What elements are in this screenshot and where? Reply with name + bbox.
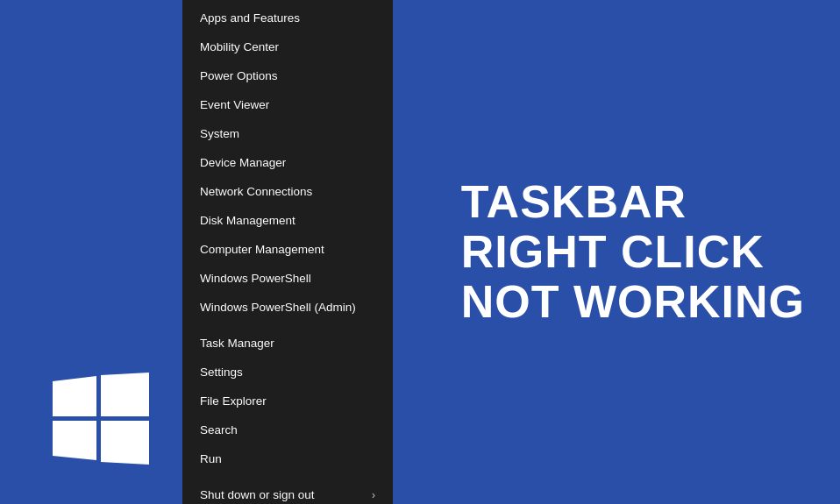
menu-label-mobility-center: Mobility Center xyxy=(200,40,279,53)
headline-line3: NOT WORKING xyxy=(461,277,805,327)
menu-label-search: Search xyxy=(200,423,238,437)
menu-label-run: Run xyxy=(200,452,222,465)
menu-label-file-explorer: File Explorer xyxy=(200,394,267,408)
menu-item-computer-management[interactable]: Computer Management xyxy=(182,235,393,264)
headline: TASKBAR RIGHT CLICK NOT WORKING xyxy=(461,177,805,328)
headline-line1: TASKBAR xyxy=(461,177,805,227)
menu-item-device-manager[interactable]: Device Manager xyxy=(182,148,393,177)
menu-item-settings[interactable]: Settings xyxy=(182,358,393,387)
menu-item-mobility-center[interactable]: Mobility Center xyxy=(182,32,393,61)
menu-label-power-options: Power Options xyxy=(200,69,278,82)
context-menu: Apps and FeaturesMobility CenterPower Op… xyxy=(182,0,393,504)
menu-item-file-explorer[interactable]: File Explorer xyxy=(182,387,393,415)
menu-label-event-viewer: Event Viewer xyxy=(200,98,269,111)
menu-item-task-manager[interactable]: Task Manager xyxy=(182,329,393,358)
menu-item-power-options[interactable]: Power Options xyxy=(182,61,393,90)
menu-label-windows-powershell: Windows PowerShell xyxy=(200,272,311,285)
menu-label-computer-management: Computer Management xyxy=(200,243,324,256)
menu-label-windows-powershell-admin: Windows PowerShell (Admin) xyxy=(200,301,356,314)
menu-item-network-connections[interactable]: Network Connections xyxy=(182,177,393,206)
svg-marker-3 xyxy=(101,421,149,465)
menu-label-settings: Settings xyxy=(200,366,243,379)
menu-arrow-shut-down: › xyxy=(372,489,375,501)
right-section: TASKBAR RIGHT CLICK NOT WORKING xyxy=(461,177,805,328)
svg-marker-0 xyxy=(53,376,96,416)
menu-item-apps-features[interactable]: Apps and Features xyxy=(182,4,393,32)
menu-item-shut-down[interactable]: Shut down or sign out› xyxy=(182,480,393,504)
menu-item-run[interactable]: Run xyxy=(182,444,393,473)
menu-item-disk-management[interactable]: Disk Management xyxy=(182,206,393,235)
svg-marker-2 xyxy=(53,421,96,460)
svg-marker-1 xyxy=(101,373,149,416)
menu-item-windows-powershell[interactable]: Windows PowerShell xyxy=(182,264,393,293)
menu-label-shut-down: Shut down or sign out xyxy=(200,488,315,501)
menu-item-search[interactable]: Search xyxy=(182,415,393,444)
menu-item-windows-powershell-admin[interactable]: Windows PowerShell (Admin) xyxy=(182,293,393,322)
menu-label-system: System xyxy=(200,127,239,140)
menu-label-device-manager: Device Manager xyxy=(200,156,286,169)
menu-label-task-manager: Task Manager xyxy=(200,337,274,350)
menu-label-network-connections: Network Connections xyxy=(200,185,312,198)
menu-label-apps-features: Apps and Features xyxy=(200,11,300,25)
menu-item-system[interactable]: System xyxy=(182,119,393,148)
menu-item-event-viewer[interactable]: Event Viewer xyxy=(182,90,393,119)
windows-logo xyxy=(53,373,149,469)
menu-label-disk-management: Disk Management xyxy=(200,214,295,227)
headline-line2: RIGHT CLICK xyxy=(461,227,805,277)
